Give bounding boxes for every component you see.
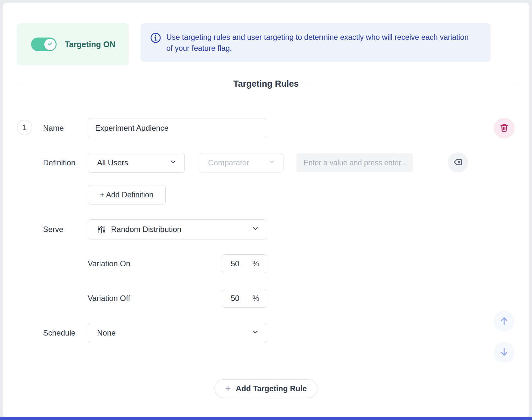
definition-value-input bbox=[296, 153, 413, 172]
chevron-down-icon bbox=[252, 328, 259, 337]
schedule-select[interactable]: None bbox=[88, 323, 267, 343]
serve-select[interactable]: Random Distribution bbox=[88, 219, 267, 239]
toggle-check-icon bbox=[47, 41, 53, 48]
serve-label: Serve bbox=[43, 219, 63, 239]
percent-unit: % bbox=[252, 294, 259, 303]
targeting-toggle[interactable] bbox=[31, 38, 57, 51]
serve-select-value: Random Distribution bbox=[111, 225, 181, 234]
add-targeting-rule-label: Add Targeting Rule bbox=[236, 384, 307, 393]
delete-rule-button[interactable] bbox=[494, 118, 515, 138]
move-rule-down-button[interactable] bbox=[494, 342, 515, 363]
comparator-placeholder: Comparator bbox=[208, 158, 249, 167]
name-label: Name bbox=[43, 118, 64, 138]
page-bottom-bar bbox=[0, 417, 532, 420]
chevron-down-icon bbox=[268, 158, 275, 167]
clear-definition-button[interactable] bbox=[448, 152, 468, 172]
info-icon bbox=[150, 32, 161, 45]
arrow-down-icon bbox=[499, 347, 509, 358]
attribute-select-value: All Users bbox=[97, 158, 128, 167]
comparator-select[interactable]: Comparator bbox=[199, 153, 283, 172]
page-title: Targeting Rules bbox=[233, 79, 299, 89]
attribute-select[interactable]: All Users bbox=[88, 153, 185, 173]
variation-on-input[interactable]: 50 % bbox=[222, 254, 267, 273]
schedule-label: Schedule bbox=[43, 323, 75, 343]
chevron-down-icon bbox=[170, 158, 177, 167]
variation-off-value: 50 bbox=[231, 294, 239, 303]
targeting-card: Targeting ON Use targeting rules and use… bbox=[3, 3, 529, 417]
variation-off-input[interactable]: 50 % bbox=[222, 289, 267, 308]
rule-number-badge: 1 bbox=[17, 120, 32, 135]
trash-icon bbox=[500, 123, 509, 133]
move-rule-up-button[interactable] bbox=[494, 311, 515, 332]
info-banner: Use targeting rules and user targeting t… bbox=[140, 23, 491, 62]
sliders-icon bbox=[97, 225, 106, 234]
chevron-down-icon bbox=[252, 225, 259, 234]
backspace-icon bbox=[453, 158, 462, 168]
definition-label: Definition bbox=[43, 153, 75, 173]
percent-unit: % bbox=[252, 259, 259, 268]
info-banner-text: Use targeting rules and user targeting t… bbox=[166, 32, 474, 54]
targeting-toggle-label: Targeting ON bbox=[65, 23, 115, 65]
divider-left bbox=[16, 84, 227, 84]
divider-right bbox=[305, 84, 516, 84]
variation-off-label: Variation Off bbox=[88, 289, 130, 308]
arrow-up-icon bbox=[499, 316, 509, 327]
schedule-select-value: None bbox=[97, 328, 116, 337]
toggle-knob bbox=[44, 39, 56, 50]
section-header: Targeting Rules bbox=[16, 78, 516, 90]
add-targeting-rule-button[interactable]: + Add Targeting Rule bbox=[215, 379, 317, 398]
rule-name-input[interactable] bbox=[88, 118, 267, 138]
plus-icon: + bbox=[225, 383, 231, 393]
variation-on-label: Variation On bbox=[88, 254, 130, 273]
targeting-toggle-panel: Targeting ON bbox=[17, 23, 129, 65]
add-definition-button[interactable]: + Add Definition bbox=[88, 185, 166, 204]
variation-on-value: 50 bbox=[231, 259, 239, 268]
